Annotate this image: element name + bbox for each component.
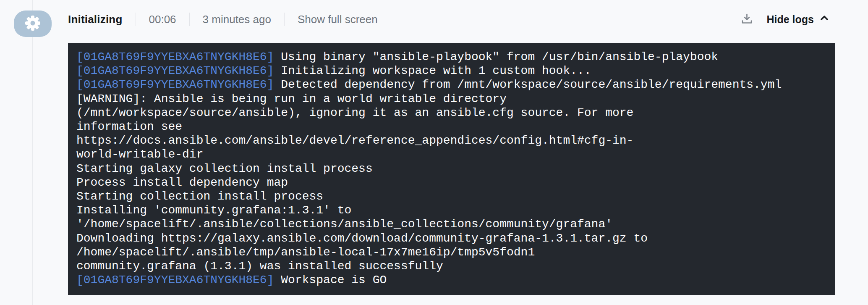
log-line: Downloading https://galaxy.ansible.com/d… bbox=[76, 231, 827, 245]
run-timeline-connector bbox=[32, 0, 33, 305]
log-timestamp-prefix: [01GA8T69F9YYEBXA6TNYGKH8E6] bbox=[76, 273, 281, 287]
log-line: Installing 'community.grafana:1.3.1' to bbox=[76, 203, 827, 217]
phase-duration: 00:06 bbox=[149, 13, 176, 26]
log-line: [01GA8T69F9YYEBXA6TNYGKH8E6] Initializin… bbox=[76, 64, 827, 78]
log-line: [01GA8T69F9YYEBXA6TNYGKH8E6] Detected de… bbox=[76, 78, 827, 92]
phase-timestamp: 3 minutes ago bbox=[203, 13, 271, 26]
show-full-screen-link[interactable]: Show full screen bbox=[298, 13, 378, 26]
log-line: information see bbox=[76, 120, 827, 134]
log-timestamp-prefix: [01GA8T69F9YYEBXA6TNYGKH8E6] bbox=[76, 78, 281, 91]
log-line: community.grafana (1.3.1) was installed … bbox=[76, 259, 827, 273]
log-line: Process install dependency map bbox=[76, 176, 827, 189]
header-divider bbox=[136, 13, 136, 26]
chevron-up-icon bbox=[819, 13, 830, 26]
log-timestamp-prefix: [01GA8T69F9YYEBXA6TNYGKH8E6] bbox=[76, 50, 281, 63]
log-output-panel[interactable]: [01GA8T69F9YYEBXA6TNYGKH8E6] Using binar… bbox=[68, 43, 835, 295]
log-timestamp-prefix: [01GA8T69F9YYEBXA6TNYGKH8E6] bbox=[76, 64, 281, 77]
log-line: Starting galaxy collection install proce… bbox=[76, 162, 827, 176]
log-line: [01GA8T69F9YYEBXA6TNYGKH8E6] Using binar… bbox=[76, 50, 827, 64]
log-line: Starting collection install process bbox=[76, 189, 827, 203]
initializing-state-badge bbox=[14, 11, 52, 37]
run-phase-header: Initializing 00:06 3 minutes ago Show fu… bbox=[68, 0, 830, 39]
log-line: world-writable-dir bbox=[76, 147, 827, 161]
download-logs-button[interactable] bbox=[740, 12, 753, 26]
download-icon bbox=[740, 12, 753, 26]
log-line: [01GA8T69F9YYEBXA6TNYGKH8E6] Workspace i… bbox=[76, 273, 827, 287]
log-line: (/mnt/workspace/source/ansible), ignorin… bbox=[76, 106, 827, 120]
header-divider bbox=[189, 13, 190, 26]
log-line: [WARNING]: Ansible is being run in a wor… bbox=[76, 92, 827, 106]
gear-icon bbox=[24, 15, 41, 33]
phase-title: Initializing bbox=[68, 13, 123, 26]
header-divider bbox=[284, 13, 285, 26]
hide-logs-button[interactable]: Hide logs bbox=[766, 13, 830, 26]
log-line: '/home/spacelift/.ansible/collections/an… bbox=[76, 217, 827, 231]
log-line: https://docs.ansible.com/ansible/devel/r… bbox=[76, 134, 827, 147]
hide-logs-label: Hide logs bbox=[766, 13, 814, 26]
log-line: /home/spacelift/.ansible/tmp/ansible-loc… bbox=[76, 245, 827, 259]
